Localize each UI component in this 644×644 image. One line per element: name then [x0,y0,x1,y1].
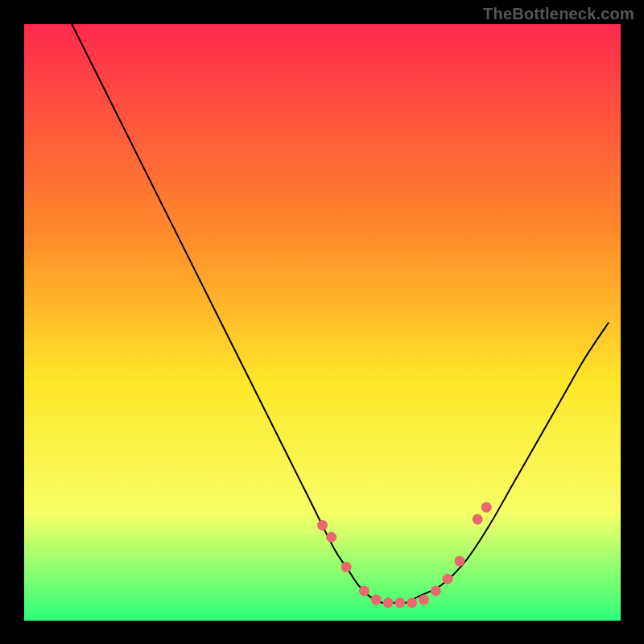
marker-dot [394,597,405,608]
marker-dot [419,595,429,605]
marker-dot [407,597,417,608]
marker-dot [383,597,394,608]
chart-canvas [0,0,644,644]
plot-background [24,24,621,621]
marker-dot [371,595,382,605]
marker-dot [454,555,464,566]
watermark-text: TheBottleneck.com [483,5,634,23]
marker-dot [481,502,492,513]
marker-dot [341,562,352,572]
marker-dot [443,574,453,584]
chart-frame: TheBottleneck.com [0,0,644,644]
marker-dot [473,514,483,525]
marker-dot [326,532,336,543]
marker-dot [359,585,369,596]
marker-dot [317,520,328,530]
marker-dot [431,585,441,596]
